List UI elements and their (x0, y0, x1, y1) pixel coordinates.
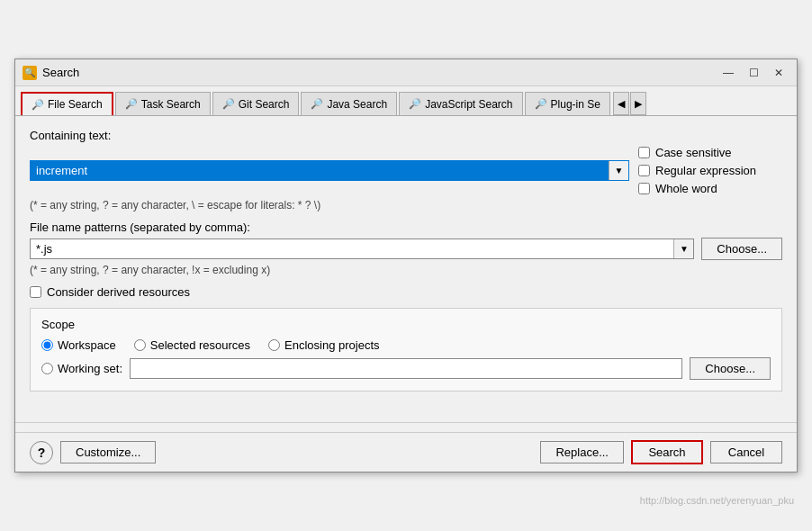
tab-git-search-label: Git Search (239, 98, 290, 111)
close-button[interactable]: ✕ (768, 63, 789, 83)
containing-text-input-wrapper: ▼ (30, 160, 629, 181)
help-button[interactable]: ? (30, 441, 53, 464)
cancel-button[interactable]: Cancel (710, 441, 782, 464)
file-patterns-label: File name patterns (separated by comma): (30, 220, 782, 234)
whole-word-option[interactable]: Whole word (638, 182, 782, 195)
consider-derived-label: Consider derived resources (47, 285, 190, 299)
workspace-radio[interactable] (41, 339, 53, 351)
tab-java-search[interactable]: 🔎 Java Search (301, 92, 397, 115)
file-pattern-dropdown[interactable]: ▼ (673, 239, 693, 258)
choose-file-pattern-button[interactable]: Choose... (701, 238, 782, 260)
selected-resources-option[interactable]: Selected resources (134, 338, 250, 352)
replace-button[interactable]: Replace... (540, 441, 624, 464)
tab-java-search-label: Java Search (327, 98, 387, 111)
workspace-option[interactable]: Workspace (41, 338, 116, 352)
file-pattern-hint: (* = any string, ? = any character, !x =… (30, 264, 782, 276)
working-set-input[interactable] (130, 358, 682, 379)
customize-button[interactable]: Customize... (60, 441, 156, 464)
working-set-label: Working set: (58, 362, 122, 375)
tab-javascript-search[interactable]: 🔎 JavaScript Search (399, 92, 522, 115)
search-content: Containing text: ▼ Case sensitive Regula… (15, 116, 797, 413)
file-pattern-input[interactable] (31, 239, 673, 258)
regular-expression-label: Regular expression (655, 164, 756, 177)
containing-text-dropdown[interactable]: ▼ (609, 161, 628, 180)
containing-text-input[interactable] (31, 161, 609, 180)
file-pattern-row: ▼ Choose... (30, 238, 782, 260)
enclosing-projects-label: Enclosing projects (284, 338, 380, 352)
bottom-bar: ? Customize... Replace... Search Cancel (15, 432, 797, 472)
file-patterns-group: File name patterns (separated by comma):… (30, 220, 782, 299)
javascript-search-tab-icon: 🔎 (409, 98, 421, 110)
tab-task-search-label: Task Search (141, 98, 201, 111)
window-title: Search (42, 66, 717, 79)
enclosing-projects-option[interactable]: Enclosing projects (268, 338, 380, 352)
consider-derived-option[interactable]: Consider derived resources (30, 285, 782, 299)
containing-text-row: ▼ Case sensitive Regular expression Whol… (30, 146, 782, 195)
case-sensitive-option[interactable]: Case sensitive (638, 146, 782, 159)
containing-text-label: Containing text: (30, 129, 782, 142)
containing-text-group: Containing text: ▼ Case sensitive Regula… (30, 129, 782, 212)
tab-task-search[interactable]: 🔎 Task Search (115, 92, 211, 115)
tab-plugin-search-label: Plug-in Se (551, 98, 600, 111)
tab-git-search[interactable]: 🔎 Git Search (212, 92, 300, 115)
java-search-tab-icon: 🔎 (311, 98, 323, 110)
file-pattern-input-wrapper: ▼ (30, 238, 694, 259)
selected-resources-radio[interactable] (134, 339, 146, 351)
consider-derived-checkbox[interactable] (30, 286, 41, 298)
title-bar: 🔍 Search — ☐ ✕ (15, 59, 797, 86)
regular-expression-checkbox[interactable] (638, 165, 650, 176)
bottom-divider (15, 422, 797, 423)
git-search-tab-icon: 🔎 (222, 98, 235, 110)
tabs-bar: 🔎 File Search 🔎 Task Search 🔎 Git Search… (15, 86, 797, 116)
search-options: Case sensitive Regular expression Whole … (638, 146, 782, 195)
working-set-row: Working set: Choose... (41, 357, 771, 380)
workspace-label: Workspace (58, 338, 116, 352)
regular-expression-option[interactable]: Regular expression (638, 164, 782, 177)
tab-next-button[interactable]: ▶ (630, 92, 646, 115)
maximize-button[interactable]: ☐ (743, 63, 764, 83)
working-set-radio[interactable] (41, 363, 53, 374)
tab-plugin-search[interactable]: 🔎 Plug-in Se (525, 92, 610, 115)
selected-resources-label: Selected resources (150, 338, 250, 352)
tab-prev-button[interactable]: ◀ (613, 92, 629, 115)
file-search-tab-icon: 🔎 (32, 99, 44, 111)
scope-radio-row: Workspace Selected resources Enclosing p… (41, 338, 771, 352)
tab-file-search[interactable]: 🔎 File Search (21, 92, 113, 115)
watermark: http://blog.csdn.net/yerenyuan_pku (640, 495, 794, 506)
scope-title: Scope (41, 318, 771, 331)
search-button[interactable]: Search (631, 440, 703, 464)
plugin-search-tab-icon: 🔎 (535, 98, 547, 110)
whole-word-checkbox[interactable] (638, 183, 650, 194)
window-controls: — ☐ ✕ (717, 63, 789, 83)
minimize-button[interactable]: — (717, 63, 739, 83)
scope-section: Scope Workspace Selected resources Enclo… (30, 308, 782, 392)
case-sensitive-label: Case sensitive (655, 146, 732, 159)
case-sensitive-checkbox[interactable] (638, 147, 650, 158)
containing-text-hint: (* = any string, ? = any character, \ = … (30, 199, 782, 212)
task-search-tab-icon: 🔎 (125, 98, 138, 110)
choose-working-set-button[interactable]: Choose... (690, 357, 771, 380)
tab-javascript-search-label: JavaScript Search (425, 98, 512, 111)
working-set-option[interactable]: Working set: (41, 362, 122, 375)
tab-file-search-label: File Search (48, 98, 103, 111)
app-icon: 🔍 (23, 66, 37, 80)
whole-word-label: Whole word (655, 182, 717, 195)
enclosing-projects-radio[interactable] (268, 339, 280, 351)
